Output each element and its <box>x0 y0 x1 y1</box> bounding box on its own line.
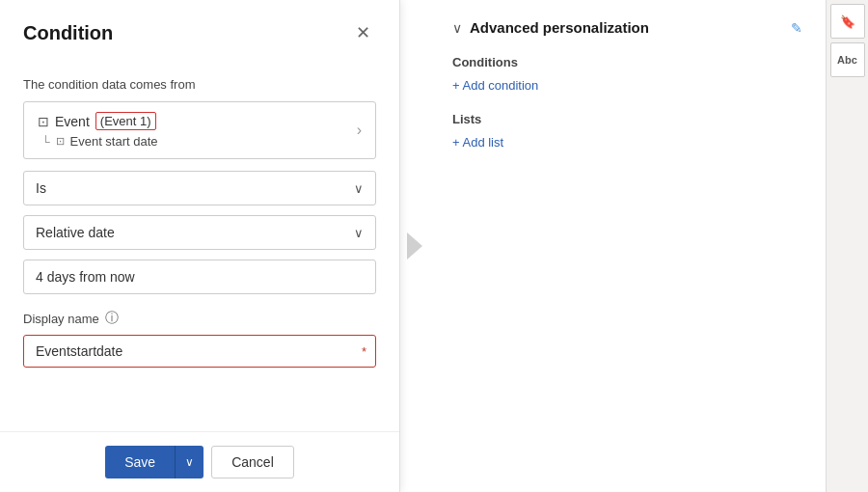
tree-connector-icon: └ <box>41 136 50 148</box>
required-star: * <box>362 344 366 359</box>
modal-title: Condition <box>23 22 113 44</box>
days-value: 4 days from now <box>36 269 135 285</box>
text-icon: Abc <box>837 54 857 66</box>
sub-row: └ ⊡ Event start date <box>38 134 158 149</box>
chevron-right-icon: › <box>357 122 362 139</box>
display-label-row: Display name ⓘ <box>23 310 376 327</box>
add-list-link[interactable]: + Add list <box>452 135 503 150</box>
calendar-sub-icon: ⊡ <box>56 135 65 148</box>
date-type-dropdown[interactable]: Relative date ∨ <box>23 215 376 250</box>
sidebar-icon-button-2[interactable]: Abc <box>830 42 865 77</box>
data-source-content: ⊡ Event (Event 1) └ ⊡ Event start date <box>38 112 158 149</box>
operator-value: Is <box>36 180 46 196</box>
save-button-group: Save ∨ <box>105 446 203 478</box>
lists-title: Lists <box>452 112 802 126</box>
chevron-down-2-icon: ∨ <box>354 226 364 240</box>
arrow-icon <box>407 232 422 260</box>
right-sidebar: 🔖 Abc <box>826 0 868 492</box>
save-dropdown-button[interactable]: ∨ <box>175 446 203 478</box>
info-icon[interactable]: ⓘ <box>105 310 119 327</box>
operator-dropdown[interactable]: Is ∨ <box>23 171 376 205</box>
display-name-input[interactable] <box>23 335 376 368</box>
display-label: Display name <box>23 312 99 326</box>
adv-title: Advanced personalization <box>470 19 783 36</box>
event-name: Event <box>55 114 90 129</box>
sidebar-icon-button-1[interactable]: 🔖 <box>830 4 865 39</box>
event-row: ⊡ Event (Event 1) <box>38 112 158 130</box>
display-name-wrapper: * <box>23 335 376 368</box>
bookmark-icon: 🔖 <box>840 14 855 29</box>
right-panel-body: ∨ Advanced personalization ✎ Conditions … <box>429 0 826 492</box>
edit-pencil-icon[interactable]: ✎ <box>791 20 802 36</box>
collapse-icon[interactable]: ∨ <box>452 20 462 36</box>
close-button[interactable]: ✕ <box>349 19 376 46</box>
modal-body: The condition data comes from ⊡ Event (E… <box>0 62 399 431</box>
condition-modal: Condition ✕ The condition data comes fro… <box>0 0 400 492</box>
arrow-connector <box>400 0 429 492</box>
calendar-icon: ⊡ <box>38 114 49 129</box>
event-sub-label: Event start date <box>70 134 158 149</box>
data-source-box[interactable]: ⊡ Event (Event 1) └ ⊡ Event start date › <box>23 101 376 159</box>
cancel-button[interactable]: Cancel <box>211 446 294 478</box>
modal-header: Condition ✕ <box>0 0 399 62</box>
event-badge: (Event 1) <box>95 112 156 130</box>
chevron-down-icon: ∨ <box>354 181 364 196</box>
save-button[interactable]: Save <box>105 446 175 478</box>
days-value-field: 4 days from now <box>23 260 376 294</box>
add-condition-link[interactable]: + Add condition <box>452 78 538 93</box>
source-label: The condition data comes from <box>23 77 376 92</box>
right-panel: ∨ Advanced personalization ✎ Conditions … <box>429 0 826 492</box>
modal-footer: Save ∨ Cancel <box>0 431 399 492</box>
conditions-title: Conditions <box>452 55 802 69</box>
adv-header: ∨ Advanced personalization ✎ <box>452 19 802 36</box>
date-type-value: Relative date <box>36 225 115 240</box>
